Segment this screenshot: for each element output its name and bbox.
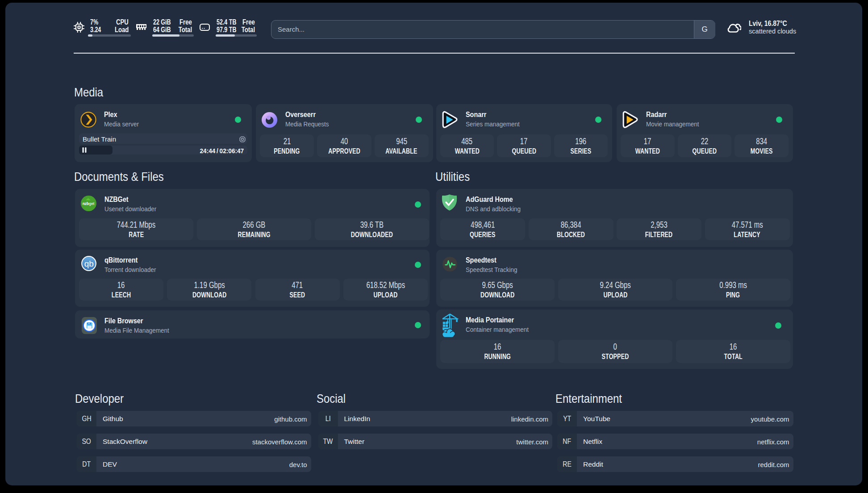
svg-text:qb: qb <box>84 259 94 268</box>
svg-text:nzbget: nzbget <box>83 201 95 206</box>
